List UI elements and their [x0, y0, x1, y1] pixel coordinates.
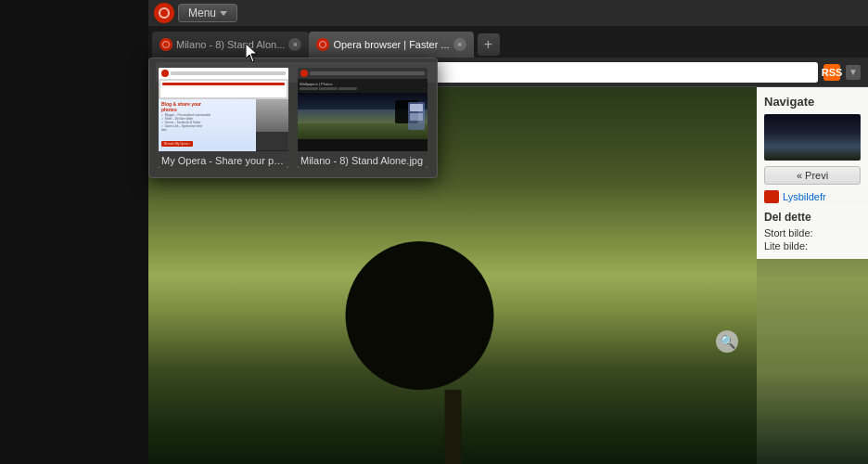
thumb-myopera-body: [160, 81, 287, 97]
tree-canopy: [346, 241, 494, 390]
thumb-wp-image: [298, 93, 428, 139]
tab2-favicon: [316, 38, 329, 51]
del-dette-heading: Del dette: [764, 211, 861, 224]
tab1-label: Milano - 8) Stand Alon...: [176, 39, 285, 50]
thumb-myopera-logo: [161, 70, 169, 77]
tab-bar: Milano - 8) Stand Alon... × Opera browse…: [148, 26, 868, 58]
preview-card-myopera[interactable]: Blog & share yourphotos ✓ Blogger – Pers…: [159, 68, 288, 168]
tab-opera-browser[interactable]: Opera browser | Faster ... ×: [309, 32, 473, 58]
menu-label: Menu: [188, 6, 216, 19]
menu-arrow-icon: [220, 11, 227, 16]
preview1-label: My Opera - Share your photos, get a free…: [159, 151, 288, 168]
panel-thumbnail: [764, 114, 861, 161]
lysbildefr-link[interactable]: Lysbildefr: [783, 191, 826, 202]
zoom-icon[interactable]: 🔍: [716, 330, 738, 353]
thumb-road-img: [256, 99, 288, 132]
opera-logo: [154, 3, 174, 23]
tab2-label: Opera browser | Faster ...: [333, 39, 449, 50]
left-panel: [0, 0, 148, 464]
lysbildefr-icon: [764, 190, 779, 203]
thumb-right-panel: [256, 99, 288, 151]
thumb-myopera-header: [159, 68, 288, 79]
menu-button[interactable]: Menu: [178, 4, 237, 22]
title-bar: Menu: [148, 0, 868, 26]
rss-icon[interactable]: RSS: [823, 64, 840, 81]
tab-preview-popup: Blog & share yourphotos ✓ Blogger – Pers…: [148, 58, 438, 178]
prev-button[interactable]: « Previ: [764, 166, 861, 185]
opera-logo-inner: [159, 7, 170, 19]
tab2-close-button[interactable]: ×: [453, 38, 466, 51]
address-dropdown-arrow[interactable]: ▼: [846, 65, 861, 80]
preview-card-wallpaper[interactable]: Wallpapers | Photos: [298, 68, 428, 168]
thumb-wp-nav: [310, 71, 425, 75]
stort-bilde-label: Stort bilde:: [764, 227, 861, 238]
preview2-label: Milano - 8) Stand Alone.jpg: [298, 151, 428, 168]
tab1-close-button[interactable]: ×: [288, 38, 301, 51]
thumb-wallpaper-bg: Wallpapers | Photos: [298, 68, 428, 151]
thumb-blog-btn: Bli med i My Opera >: [161, 141, 193, 147]
tab1-favicon: [160, 38, 172, 51]
thumb-myopera-content: Blog & share yourphotos ✓ Blogger – Pers…: [159, 99, 288, 151]
right-panel: Navigate « Previ Lysbildefr Del dette St…: [757, 87, 868, 259]
add-tab-button[interactable]: +: [478, 33, 500, 56]
tab1-favicon-inner: [162, 41, 170, 48]
lite-bilde-label: Lite bilde:: [764, 240, 861, 251]
add-tab-icon: +: [484, 36, 492, 53]
thumb-wp-header: [298, 68, 428, 79]
rss-label: RSS: [822, 67, 843, 78]
thumb-myopera-nav: [171, 71, 286, 75]
thumb-myopera-bg: Blog & share yourphotos ✓ Blogger – Pers…: [159, 68, 288, 151]
tab2-favicon-inner: [319, 41, 326, 48]
lysbildefr-row: Lysbildefr: [764, 190, 861, 203]
tab-milano[interactable]: Milano - 8) Stand Alon... ×: [152, 32, 309, 58]
navigate-heading: Navigate: [764, 95, 861, 109]
preview-thumb-myopera: Blog & share yourphotos ✓ Blogger – Pers…: [159, 68, 288, 151]
preview-thumb-wallpaper: Wallpapers | Photos: [298, 68, 428, 151]
tree-silhouette: [412, 260, 494, 464]
tree-trunk: [444, 390, 461, 464]
thumb-wp-logo: [300, 70, 308, 77]
